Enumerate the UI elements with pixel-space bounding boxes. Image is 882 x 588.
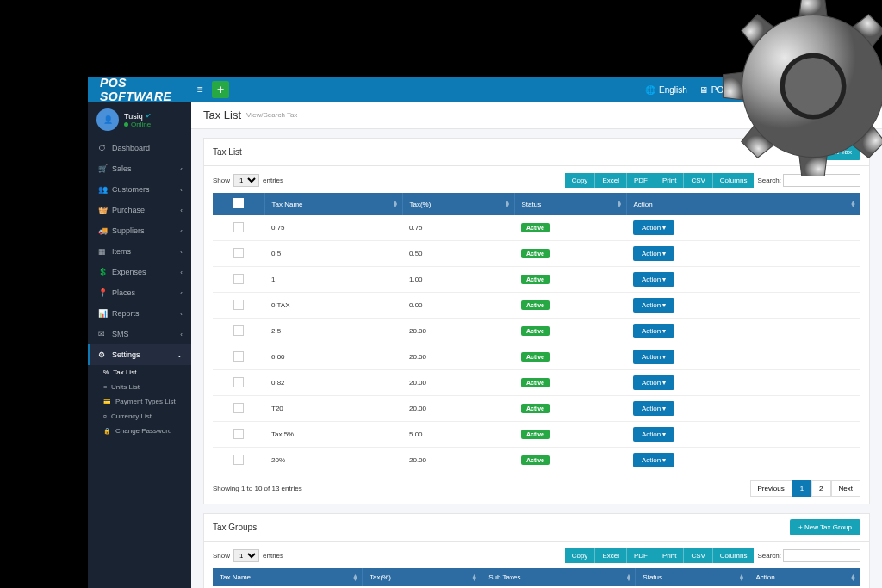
row-checkbox[interactable]: [233, 222, 244, 232]
row-action-button[interactable]: Action ▾: [633, 453, 674, 467]
entries-select[interactable]: 10: [233, 549, 259, 562]
sidebar-sub-tax-list[interactable]: %Tax List: [88, 365, 191, 380]
search-input[interactable]: [783, 174, 860, 187]
pos-label: POS: [711, 85, 730, 95]
pdf-export-button[interactable]: PDF: [627, 548, 655, 563]
search-input[interactable]: [783, 549, 860, 562]
dashboard-icon: 📊: [742, 85, 752, 95]
excel-export-button[interactable]: Excel: [595, 548, 627, 563]
column-header[interactable]: Tax Name▲▼: [213, 568, 362, 586]
pdf-export-button[interactable]: PDF: [627, 173, 655, 188]
chevron-left-icon: ‹: [180, 269, 183, 276]
sidebar-item-dashboard[interactable]: ⏱Dashboard: [88, 138, 191, 158]
page-1-button[interactable]: 1: [792, 480, 811, 497]
column-header[interactable]: Tax Name▲▼: [264, 193, 402, 215]
page-header: Tax List View/Search Tax ⌂ Home › Tax Li…: [191, 102, 882, 129]
columns-export-button[interactable]: Columns: [713, 173, 755, 188]
row-checkbox[interactable]: [233, 248, 244, 258]
sidebar-sub-change-password[interactable]: 🔒Change Password: [88, 424, 191, 438]
power-icon[interactable]: ⏻: [860, 84, 870, 96]
row-action-button[interactable]: Action ▾: [633, 246, 674, 261]
row-action-button[interactable]: Action ▾: [633, 220, 674, 235]
speedometer-icon: ⏱: [98, 144, 107, 152]
copy-export-button[interactable]: Copy: [565, 173, 596, 188]
tax-pct-cell: 20.00: [402, 448, 514, 473]
app-window: POS SOFTWARE ≡ + 🌐 English 🖥 POS 📊 Dashb…: [88, 77, 882, 588]
table-row: 6.00 20.00 Active Action ▾: [213, 344, 860, 370]
columns-export-button[interactable]: Columns: [713, 548, 755, 563]
breadcrumb-home[interactable]: Home: [819, 111, 837, 119]
row-action-button[interactable]: Action ▾: [633, 298, 674, 313]
sort-icon: ▲▼: [505, 201, 511, 207]
column-header[interactable]: Tax(%)▲▼: [402, 193, 514, 215]
row-action-button[interactable]: Action ▾: [633, 324, 674, 338]
entries-select[interactable]: 10: [233, 174, 259, 187]
basket-icon: 🧺: [98, 206, 107, 214]
csv-export-button[interactable]: CSV: [684, 173, 712, 188]
row-checkbox[interactable]: [233, 377, 244, 387]
sidebar-item-suppliers[interactable]: 🚚Suppliers‹: [88, 220, 191, 241]
cog-icon: ⚙: [98, 350, 107, 359]
sidebar-item-reports[interactable]: 📊Reports‹: [88, 303, 191, 324]
row-checkbox[interactable]: [233, 325, 244, 336]
row-action-button[interactable]: Action ▾: [633, 427, 674, 442]
sidebar-item-places[interactable]: 📍Places‹: [88, 282, 191, 303]
menu-toggle-icon[interactable]: ≡: [191, 81, 208, 98]
tax-table: Tax Name▲▼Tax(%)▲▼Status▲▼Action▲▼ 0.75 …: [213, 193, 860, 473]
status-badge: Active: [521, 223, 550, 232]
sidebar-item-sms[interactable]: ✉SMS‹: [88, 324, 191, 344]
pos-link[interactable]: 🖥 POS: [699, 85, 730, 95]
row-checkbox[interactable]: [233, 274, 244, 284]
language-selector[interactable]: 🌐 English: [645, 85, 687, 95]
sidebar-sub-units-list[interactable]: ≡Units List: [88, 380, 191, 394]
row-checkbox[interactable]: [233, 403, 244, 413]
row-action-button[interactable]: Action ▾: [633, 272, 674, 287]
add-button[interactable]: +: [212, 81, 229, 98]
sidebar-item-expenses[interactable]: 💲Expenses‹: [88, 262, 191, 282]
sidebar-item-items[interactable]: ▦Items‹: [88, 241, 191, 262]
row-checkbox[interactable]: [233, 455, 244, 465]
copy-export-button[interactable]: Copy: [565, 548, 596, 563]
table-row: T20 20.00 Active Action ▾: [213, 396, 860, 422]
new-tax-button[interactable]: + New Tax: [811, 144, 860, 160]
row-checkbox[interactable]: [233, 351, 244, 362]
nav-label: Customers: [112, 185, 150, 194]
row-checkbox[interactable]: [233, 429, 244, 439]
entries-label: entries: [263, 552, 283, 560]
column-header[interactable]: Sub Taxes▲▼: [481, 568, 636, 586]
user-menu[interactable]: Tusiq: [810, 83, 848, 96]
column-header[interactable]: Status▲▼: [636, 568, 748, 586]
breadcrumb: ⌂ Home › Tax List: [811, 111, 870, 119]
status-badge: Active: [521, 378, 550, 387]
sidebar-item-customers[interactable]: 👥Customers‹: [88, 179, 191, 200]
row-action-button[interactable]: Action ▾: [633, 401, 674, 416]
sidebar-item-purchase[interactable]: 🧺Purchase‹: [88, 200, 191, 220]
print-export-button[interactable]: Print: [655, 173, 684, 188]
column-header[interactable]: Action▲▼: [748, 568, 860, 586]
new-tax-group-button[interactable]: + New Tax Group: [790, 519, 860, 535]
next-button[interactable]: Next: [831, 480, 860, 497]
sort-icon: ▲▼: [393, 201, 399, 207]
sidebar-item-sales[interactable]: 🛒Sales‹: [88, 158, 191, 179]
money-icon: 💲: [98, 268, 107, 276]
page-2-button[interactable]: 2: [811, 480, 830, 497]
column-header[interactable]: Status▲▼: [514, 193, 626, 215]
sidebar-item-settings[interactable]: ⚙Settings⌄: [88, 344, 191, 365]
print-export-button[interactable]: Print: [655, 548, 684, 563]
page-title: Tax List: [203, 108, 241, 121]
sidebar-sub-currency-list[interactable]: ¤Currency List: [88, 409, 191, 424]
prev-button[interactable]: Previous: [750, 480, 792, 497]
column-header[interactable]: Action▲▼: [626, 193, 860, 215]
dashboard-link[interactable]: 📊 Dashboard: [742, 85, 798, 95]
csv-export-button[interactable]: CSV: [684, 548, 712, 563]
row-checkbox[interactable]: [233, 300, 244, 310]
column-header[interactable]: Tax(%)▲▼: [362, 568, 481, 586]
row-action-button[interactable]: Action ▾: [633, 350, 674, 364]
select-all-checkbox[interactable]: [233, 198, 244, 208]
excel-export-button[interactable]: Excel: [595, 173, 627, 188]
row-action-button[interactable]: Action ▾: [633, 375, 674, 390]
column-header[interactable]: [213, 193, 264, 215]
sidebar-sub-payment-types-list[interactable]: 💳Payment Types List: [88, 394, 191, 409]
status-badge: Active: [521, 455, 550, 465]
globe-icon: 🌐: [645, 85, 655, 95]
